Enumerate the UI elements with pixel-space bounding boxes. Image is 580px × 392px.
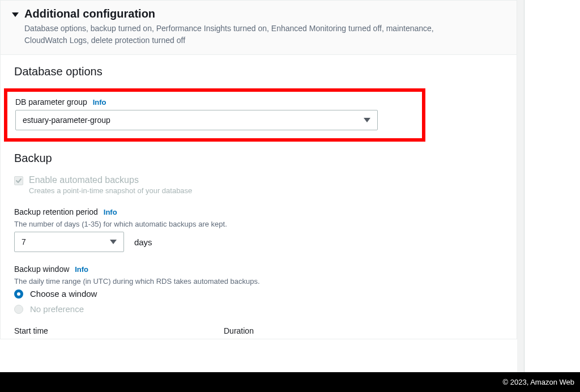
backup-retention-unit: days [134, 237, 152, 247]
db-parameter-group-value: estuary-parameter-group [23, 116, 364, 125]
footer: © 2023, Amazon Web [0, 372, 580, 392]
backup-retention-label: Backup retention period [14, 207, 98, 216]
enable-automated-backups-label: Enable automated backups [29, 175, 192, 185]
radio-no-preference-label: No preference [30, 304, 84, 314]
backup-retention-info-link[interactable]: Info [104, 208, 117, 216]
panel-title: Additional configuration [24, 7, 477, 20]
check-icon [15, 177, 22, 184]
caret-down-icon [12, 12, 19, 17]
db-parameter-group-info-link[interactable]: Info [93, 98, 106, 106]
backup-window-nopref-row: No preference [14, 304, 503, 314]
backup-heading: Backup [14, 152, 503, 165]
panel-header[interactable]: Additional configuration Database option… [1, 1, 517, 55]
additional-configuration-panel: Additional configuration Database option… [0, 0, 517, 339]
backup-retention-label-row: Backup retention period Info [14, 207, 503, 216]
backup-retention-value: 7 [22, 237, 110, 246]
enable-automated-backups-checkbox [14, 176, 23, 185]
backup-window-label: Backup window [14, 265, 69, 274]
backup-window-info-link[interactable]: Info [75, 265, 88, 274]
duration-label: Duration [224, 326, 433, 335]
backup-window-label-row: Backup window Info [14, 265, 503, 274]
db-parameter-group-label-text: DB parameter group [15, 97, 87, 106]
backup-window-block: Backup window Info The daily time range … [14, 265, 503, 314]
backup-retention-helper: The number of days (1-35) for which auto… [14, 220, 503, 228]
start-time-label: Start time [14, 326, 224, 335]
radio-no-preference [14, 305, 23, 314]
radio-choose-window[interactable] [14, 289, 23, 299]
panel-subtitle: Database options, backup turned on, Perf… [24, 23, 477, 46]
right-gutter [517, 0, 524, 372]
time-duration-row: Start time Duration [14, 326, 503, 339]
enable-automated-backups-helper: Creates a point-in-time snapshot of your… [29, 186, 192, 195]
backup-retention-block: Backup retention period Info The number … [14, 207, 503, 252]
backup-window-choose-row[interactable]: Choose a window [14, 289, 503, 299]
database-options-heading: Database options [14, 65, 503, 78]
backup-window-helper: The daily time range (in UTC) during whi… [14, 277, 503, 286]
enable-automated-backups-row: Enable automated backups Creates a point… [14, 175, 503, 195]
footer-copyright: © 2023, Amazon Web [503, 378, 574, 386]
db-parameter-group-highlight: DB parameter group Info estuary-paramete… [4, 88, 425, 142]
backup-retention-select[interactable]: 7 [14, 232, 124, 252]
db-parameter-group-select[interactable]: estuary-parameter-group [15, 110, 378, 130]
db-parameter-group-label: DB parameter group Info [15, 97, 414, 106]
dropdown-triangle-icon [364, 118, 370, 122]
dropdown-triangle-icon [110, 240, 117, 244]
radio-choose-window-label: Choose a window [30, 289, 97, 299]
